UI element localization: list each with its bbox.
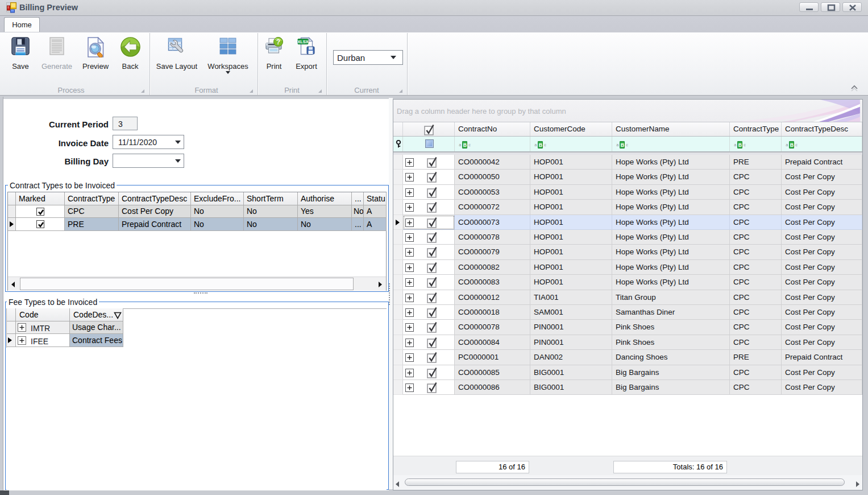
svg-text:?: ? xyxy=(276,38,280,46)
svg-text:XLSX: XLSX xyxy=(297,39,309,44)
